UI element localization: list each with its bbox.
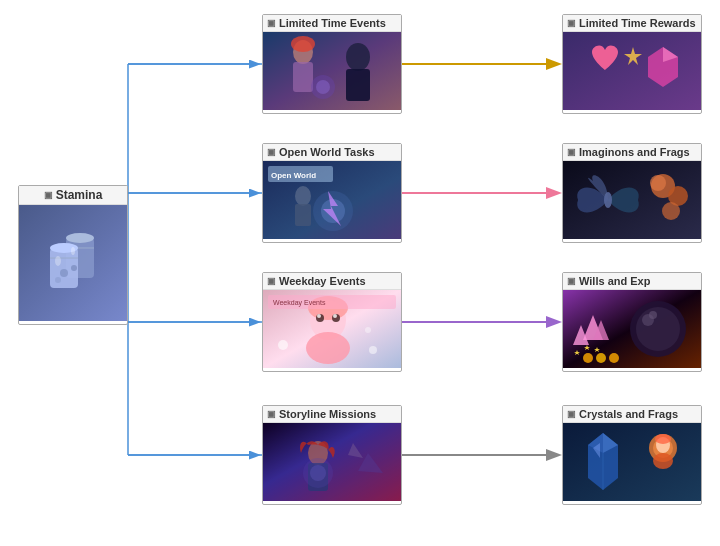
sm-title: ▣ Storyline Missions — [263, 406, 401, 423]
stamina-title: ▣ Stamina — [19, 186, 127, 205]
sm-icon: ▣ — [267, 409, 276, 419]
wae-svg — [563, 290, 701, 368]
svg-point-56 — [317, 314, 321, 318]
caf-svg — [563, 423, 701, 501]
ltr-icon: ▣ — [567, 18, 576, 28]
owt-title: ▣ Open World Tasks — [263, 144, 401, 161]
we-title: ▣ Weekday Events — [263, 273, 401, 290]
imaginons-frags-node: ▣ Imaginons and Frags — [562, 143, 702, 243]
svg-point-57 — [333, 314, 337, 318]
ltr-label: Limited Time Rewards — [579, 17, 696, 29]
svg-rect-32 — [563, 32, 701, 110]
svg-point-19 — [55, 256, 61, 266]
svg-point-53 — [306, 332, 350, 364]
stamina-image — [19, 205, 127, 321]
stamina-icon-sym: ▣ — [44, 190, 53, 200]
lte-svg — [263, 32, 401, 110]
svg-point-23 — [55, 277, 61, 283]
stamina-node: ▣ Stamina — [18, 185, 128, 325]
we-svg: Weekday Events — [263, 290, 401, 368]
diagram-container: ▣ Stamina — [0, 0, 720, 546]
caf-image — [563, 423, 701, 501]
limited-time-rewards-node: ▣ Limited Time Rewards — [562, 14, 702, 114]
iaf-image — [563, 161, 701, 239]
we-image: Weekday Events — [263, 290, 401, 368]
svg-rect-86 — [563, 423, 701, 501]
sm-svg — [263, 423, 401, 501]
sm-image — [263, 423, 401, 501]
svg-text:Open World: Open World — [271, 171, 316, 180]
svg-point-47 — [650, 175, 666, 191]
ltr-svg — [563, 32, 701, 110]
svg-point-31 — [316, 80, 330, 94]
svg-point-96 — [653, 453, 673, 469]
iaf-svg — [563, 161, 701, 239]
svg-rect-42 — [295, 204, 311, 226]
lte-title: ▣ Limited Time Events — [263, 15, 401, 32]
svg-point-27 — [291, 36, 315, 52]
svg-point-41 — [295, 186, 311, 206]
caf-icon: ▣ — [567, 409, 576, 419]
svg-point-22 — [71, 265, 77, 271]
svg-point-95 — [655, 434, 671, 444]
wills-exp-node: ▣ Wills and Exp — [562, 272, 702, 372]
ltr-image — [563, 32, 701, 110]
svg-point-45 — [604, 192, 612, 208]
caf-label: Crystals and Frags — [579, 408, 678, 420]
iaf-label: Imaginons and Frags — [579, 146, 690, 158]
svg-rect-24 — [263, 32, 401, 110]
open-world-tasks-node: ▣ Open World Tasks Open World — [262, 143, 402, 243]
we-icon: ▣ — [267, 276, 276, 286]
wae-image — [563, 290, 701, 368]
svg-point-72 — [636, 307, 680, 351]
svg-rect-85 — [263, 423, 401, 501]
svg-point-14 — [66, 233, 94, 243]
weekday-events-node: ▣ Weekday Events — [262, 272, 402, 372]
crystals-frags-node: ▣ Crystals and Frags — [562, 405, 702, 505]
svg-point-61 — [369, 346, 377, 354]
lte-label: Limited Time Events — [279, 17, 386, 29]
we-label: Weekday Events — [279, 275, 366, 287]
lte-icon: ▣ — [267, 18, 276, 28]
svg-point-76 — [596, 353, 606, 363]
ltr-title: ▣ Limited Time Rewards — [563, 15, 701, 32]
svg-point-75 — [583, 353, 593, 363]
owt-icon: ▣ — [267, 147, 276, 157]
wae-icon: ▣ — [567, 276, 576, 286]
svg-point-60 — [278, 340, 288, 350]
stamina-svg-icon — [38, 218, 108, 308]
svg-point-77 — [609, 353, 619, 363]
stamina-label: Stamina — [56, 188, 103, 202]
owt-label: Open World Tasks — [279, 146, 375, 158]
sm-label: Storyline Missions — [279, 408, 376, 420]
wae-title: ▣ Wills and Exp — [563, 273, 701, 290]
svg-point-49 — [662, 202, 680, 220]
svg-point-20 — [71, 247, 75, 255]
iaf-title: ▣ Imaginons and Frags — [563, 144, 701, 161]
svg-point-74 — [649, 311, 657, 319]
iaf-icon: ▣ — [567, 147, 576, 157]
lte-image — [263, 32, 401, 110]
svg-point-62 — [365, 327, 371, 333]
svg-text:Weekday Events: Weekday Events — [273, 299, 326, 307]
svg-rect-29 — [346, 69, 370, 101]
svg-rect-26 — [293, 62, 313, 92]
svg-point-21 — [60, 269, 68, 277]
storyline-missions-node: ▣ Storyline Missions — [262, 405, 402, 505]
owt-svg: Open World — [263, 161, 401, 239]
wae-label: Wills and Exp — [579, 275, 650, 287]
owt-image: Open World — [263, 161, 401, 239]
caf-title: ▣ Crystals and Frags — [563, 406, 701, 423]
limited-time-events-node: ▣ Limited Time Events — [262, 14, 402, 114]
svg-point-28 — [346, 43, 370, 71]
